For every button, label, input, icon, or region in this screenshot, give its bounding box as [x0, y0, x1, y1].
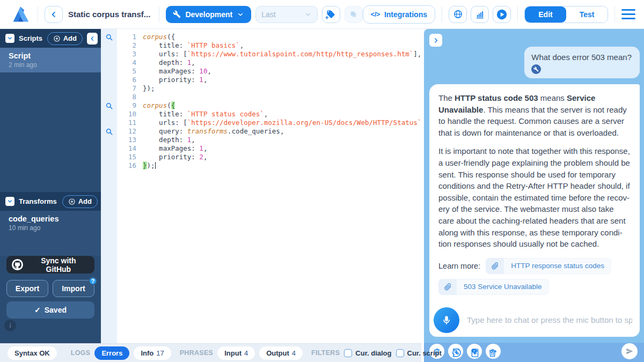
add-script-label: Add [63, 34, 77, 42]
export-button[interactable]: Export [6, 280, 48, 297]
code-text: priority: 1, [143, 76, 207, 84]
link-label: 503 Service Unavailable [457, 283, 549, 291]
code-line[interactable]: 3 urls: [`https://www.tutorialspoint.com… [101, 50, 421, 58]
tab-test[interactable]: Test [566, 6, 608, 23]
microphone-icon [441, 314, 452, 326]
saved-button[interactable]: ✓ Saved [6, 301, 94, 319]
learn-more-link[interactable]: 503 Service Unavailable [438, 279, 549, 295]
add-version-tag-button[interactable]: + [322, 6, 340, 23]
code-line[interactable]: 5 maxPages: 10, [101, 67, 421, 76]
code-line[interactable]: 13 depth: 1, [101, 136, 421, 144]
filter-current-script[interactable]: Cur. script [396, 349, 442, 357]
code-text: depth: 1, [143, 136, 195, 144]
mic-button[interactable] [434, 307, 459, 333]
line-number: 14 [117, 144, 143, 153]
code-line[interactable]: 6 priority: 1, [101, 76, 421, 84]
code-line[interactable]: 7}); [101, 84, 421, 93]
code-line[interactable]: 2 title: `HTTP basics`, [101, 41, 421, 50]
phrases-output-tab[interactable]: Output 4 [259, 346, 303, 360]
line-number: 12 [117, 127, 143, 136]
chevron-down-icon [304, 11, 312, 18]
code-lines: 1corpus({2 title: `HTTP basics`,3 urls: … [101, 33, 421, 170]
clear-logs-trash-icon[interactable] [488, 348, 497, 358]
sync-github-button[interactable]: Sync with GitHub [6, 256, 94, 274]
expand-panel-button[interactable] [429, 34, 442, 47]
collapse-transforms-chevron[interactable] [5, 197, 14, 206]
phrases-label: PHRASES [180, 349, 214, 357]
export-dialog-icon[interactable] [451, 348, 462, 358]
code-line[interactable]: 14 maxPages: 1, [101, 144, 421, 153]
edit-test-toggle: Edit Test [524, 6, 608, 23]
line-number: 15 [117, 153, 143, 161]
logs-info-tab[interactable]: Info 17 [134, 346, 171, 360]
filter-current-dialog[interactable]: Cur. dialog [344, 349, 391, 357]
add-transform-button[interactable]: Add [62, 195, 98, 208]
line-zoom-button[interactable] [101, 101, 117, 110]
analytics-button[interactable] [471, 6, 489, 23]
line-number: 9 [117, 101, 143, 110]
line-number: 1 [117, 33, 143, 41]
code-line[interactable]: 9corpus({ [101, 101, 421, 110]
code-line[interactable]: 10 title: `HTTP status codes`, [101, 110, 421, 119]
syntax-status-pill[interactable]: Syntax OK [8, 346, 57, 360]
cur-dialog-label: Cur. dialog [355, 349, 391, 357]
chat-text-input[interactable] [467, 315, 632, 324]
line-zoom-button[interactable] [101, 127, 117, 136]
checkbox-unchecked[interactable] [396, 349, 404, 357]
code-text: urls: [`https://www.tutorialspoint.com/h… [143, 50, 421, 58]
zoom-gutter-cell [101, 41, 117, 50]
paper-plane-icon [625, 347, 634, 356]
menu-button[interactable] [621, 9, 635, 19]
transform-list-item[interactable]: code_queries 10 min ago [0, 211, 101, 235]
learn-more-link[interactable]: HTTP response status codes [486, 258, 611, 274]
code-line[interactable]: 8 [101, 93, 421, 101]
divider [614, 6, 615, 23]
run-button[interactable] [493, 6, 511, 23]
chevron-right-icon [433, 37, 440, 44]
environment-dropdown[interactable]: Development [166, 6, 251, 23]
info-label: Info [141, 349, 153, 357]
text-cursor [155, 162, 156, 169]
code-line[interactable]: 4 depth: 1, [101, 58, 421, 67]
logs-errors-tab[interactable]: Errors [94, 346, 129, 360]
publish-globe-button[interactable] [449, 6, 467, 23]
code-editor[interactable]: 1corpus({2 title: `HTTP basics`,3 urls: … [101, 29, 421, 343]
zoom-gutter-cell [101, 136, 117, 144]
script-list-item-selected[interactable]: Script 2 min ago [0, 48, 101, 72]
line-number: 8 [117, 93, 143, 101]
back-button[interactable] [45, 6, 63, 23]
checkbox-unchecked[interactable] [344, 349, 352, 357]
code-line[interactable]: 12 query: transforms.code_queries, [101, 127, 421, 136]
zoom-gutter-cell [101, 110, 117, 119]
code-line[interactable]: 1corpus({ [101, 33, 421, 41]
phrases-input-tab[interactable]: Input 4 [217, 346, 255, 360]
code-line[interactable]: 16}); [101, 161, 421, 170]
code-brackets-icon: </> [371, 10, 380, 18]
line-number: 13 [117, 136, 143, 144]
alan-ai-logo [11, 5, 31, 24]
collapse-scripts-chevron[interactable] [5, 34, 14, 43]
code-line[interactable]: 15 priority: 2, [101, 153, 421, 161]
github-icon [12, 259, 23, 270]
line-number: 5 [117, 67, 143, 76]
code-text: corpus({ [143, 101, 175, 110]
help-badge[interactable]: ? [89, 277, 97, 285]
line-zoom-button[interactable] [101, 33, 117, 41]
tab-edit[interactable]: Edit [525, 6, 566, 23]
code-text: maxPages: 1, [143, 144, 207, 153]
logs-label: LOGS [71, 349, 91, 357]
transform-time: 10 min ago [9, 224, 92, 232]
wrench-badge-icon[interactable] [531, 64, 541, 74]
top-toolbar: Static corpus transf... Development Last… [0, 0, 644, 29]
add-script-button[interactable]: Add [47, 32, 83, 45]
integrations-button[interactable]: </> Integrations [363, 5, 435, 24]
code-line[interactable]: 11 urls: [`https://developer.mozilla.org… [101, 119, 421, 127]
code-text: title: `HTTP basics`, [143, 41, 244, 50]
import-button[interactable]: Import ? [53, 280, 94, 297]
version-select[interactable]: Last [255, 6, 317, 23]
collapse-sidebar-button[interactable] [87, 33, 98, 45]
copy-icon [349, 10, 358, 19]
divider [517, 6, 518, 23]
download-log-icon[interactable] [470, 348, 480, 358]
send-button[interactable] [621, 343, 638, 359]
